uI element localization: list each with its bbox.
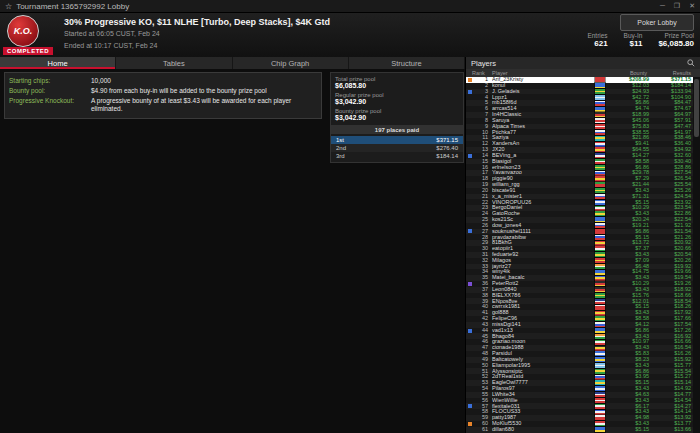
- player-row[interactable]: 49Baltcatowely$8.23$15.92: [466, 357, 693, 363]
- player-row[interactable]: 50Eliampolar1995$3.43$15.77: [466, 363, 693, 369]
- player-row[interactable]: 55LWhite34$4.63$14.77: [466, 392, 693, 398]
- player-row[interactable]: 45Bhago84$3.43$16.92: [466, 333, 693, 339]
- close-icon[interactable]: ✕: [689, 2, 695, 10]
- player-row[interactable]: 19william_rgg$21.44$25.54: [466, 182, 693, 188]
- player-row[interactable]: 4Lppz1$42.72$104.90: [466, 94, 693, 100]
- player-row[interactable]: 59patty1987$4.98$13.92: [466, 415, 693, 421]
- player-row[interactable]: 61dillan680$5.15$13.66: [466, 427, 693, 433]
- header-stats: Entries621Buy-In$11Prize Pool$6,085.80: [587, 32, 694, 48]
- info-row: Progressive Knockout:A progressive bount…: [9, 97, 317, 115]
- player-row[interactable]: 41gol888$3.43$17.92: [466, 310, 693, 316]
- scrollbar-thumb[interactable]: [694, 79, 699, 137]
- player-row[interactable]: 9Alpaca Times$75.83$47.47: [466, 124, 693, 130]
- search-icon[interactable]: [687, 59, 695, 67]
- player-row[interactable]: 47cionade1988$3.43$16.54: [466, 345, 693, 351]
- player-name: Yavanvazoo: [492, 170, 595, 176]
- player-row[interactable]: 51Alyssonsiptc$6.86$15.54: [466, 368, 693, 374]
- player-row[interactable]: 53EagleOwl7777$5.15$15.14: [466, 380, 693, 386]
- player-row[interactable]: 60MoKluf5530$3.43$13.77: [466, 421, 693, 427]
- favorite-star-icon[interactable]: ☆: [5, 2, 12, 11]
- player-row[interactable]: 36PeterRott2$10.29$19.26: [466, 281, 693, 287]
- player-row[interactable]: 56WienWillie$3.43$14.54: [466, 398, 693, 404]
- tab-structure[interactable]: Structure: [349, 57, 465, 69]
- player-row[interactable]: 12XandersAn$9.41$36.40: [466, 141, 693, 147]
- ended-time: Ended at 10:17 CUST, Feb 24: [64, 42, 157, 49]
- players-scrollbar[interactable]: [693, 77, 700, 433]
- player-row[interactable]: 2konul$12.03$184.14: [466, 83, 693, 89]
- player-row[interactable]: 33jayriz27$6.48$19.92: [466, 264, 693, 270]
- player-row[interactable]: 22VINOROPUU26$5.15$23.92: [466, 199, 693, 205]
- prize-items: Total prize pool$6,085.80Regular prize p…: [331, 75, 463, 123]
- player-row[interactable]: 17Yavanvazoo$29.78$27.54: [466, 170, 693, 176]
- player-row[interactable]: 21x_a_mister1$71.31$24.54: [466, 194, 693, 200]
- player-row[interactable]: 10Ptichka77$38.55$41.97: [466, 129, 693, 135]
- player-row[interactable]: 522dTReal1std$3.95$15.27: [466, 374, 693, 380]
- note-marker: [468, 305, 472, 309]
- payout-row-1st[interactable]: 1st$371.15: [331, 136, 463, 144]
- player-row[interactable]: 46graziao.moon$10.97$16.66: [466, 339, 693, 345]
- country-flag-icon: [595, 182, 605, 187]
- tab-tables[interactable]: Tables: [116, 57, 232, 69]
- player-row[interactable]: 48Parsidul$5.83$16.26: [466, 351, 693, 357]
- player-row[interactable]: 16erlnelson23$6.86$28.86: [466, 164, 693, 170]
- player-row[interactable]: 44vad1x13$6.86$17.26: [466, 328, 693, 334]
- player-row[interactable]: 26dow_jones4$19.21$21.92: [466, 223, 693, 229]
- payout-row-2nd[interactable]: 2nd$276.40: [331, 144, 463, 152]
- maximize-icon[interactable]: ❐: [674, 2, 680, 10]
- player-name: Alyssonsiptc: [492, 369, 595, 375]
- note-marker: [468, 90, 472, 94]
- note-marker: [468, 206, 472, 210]
- player-row[interactable]: 23BergoDaniel$10.29$23.54: [466, 205, 693, 211]
- player-row[interactable]: 2981BkhG$13.72$20.92: [466, 240, 693, 246]
- column-player[interactable]: Player: [488, 70, 593, 76]
- poker-lobby-button[interactable]: Poker Lobby: [620, 14, 694, 31]
- player-row[interactable]: 54Pilaros97$3.43$14.92: [466, 386, 693, 392]
- player-row[interactable]: 28pravdazabibw$5.15$21.26: [466, 234, 693, 240]
- tab-home[interactable]: Home: [0, 57, 116, 69]
- minimize-icon[interactable]: ─: [660, 2, 665, 10]
- player-row[interactable]: 5mb158f6d$6.86$84.47: [466, 100, 693, 106]
- player-row[interactable]: 25kos21Sc$20.24$22.54: [466, 217, 693, 223]
- player-row[interactable]: 39ENpos8ve$12.01$18.54: [466, 298, 693, 304]
- player-row[interactable]: 14BEVing_a$14.27$32.60: [466, 153, 693, 159]
- player-row[interactable]: 31feduarte92$3.43$20.54: [466, 252, 693, 258]
- payout-row-3rd[interactable]: 3rd$184.14: [331, 152, 463, 160]
- player-row[interactable]: 35Matei_bacalc$3.43$19.54: [466, 275, 693, 281]
- player-row[interactable]: 30eatopiir1$7.37$20.66: [466, 246, 693, 252]
- player-row[interactable]: 3J. Geladeis$24.93$133.94: [466, 89, 693, 95]
- player-name: FelipeC96: [492, 316, 595, 322]
- player-row[interactable]: 18piggie90$7.29$26.54: [466, 176, 693, 182]
- player-row[interactable]: 8Saruya$45.06$57.91: [466, 118, 693, 124]
- column-rank[interactable]: Rank: [466, 70, 488, 76]
- player-row[interactable]: 58FLOCUS33$3.43$14.14: [466, 409, 693, 415]
- player-name: J. Geladeis: [492, 89, 595, 95]
- player-row[interactable]: 42FelipeC96$8.58$17.66: [466, 316, 693, 322]
- player-row[interactable]: 34winy4ik$14.75$19.66: [466, 269, 693, 275]
- country-flag-icon: [595, 147, 605, 152]
- player-name: BergoDaniel: [492, 205, 595, 211]
- player-row[interactable]: 13JX20$64.55$34.92: [466, 147, 693, 153]
- player-row[interactable]: 15Biasigol$8.58$30.40: [466, 159, 693, 165]
- player-row[interactable]: 27souknushel1111$6.86$21.54: [466, 229, 693, 235]
- player-row[interactable]: 38BIELXX786$15.76$18.66: [466, 293, 693, 299]
- started-time: Started at 06:05 CUST, Feb 24: [64, 30, 160, 37]
- player-row[interactable]: 43missDgi141$4.12$17.54: [466, 322, 693, 328]
- note-marker: [468, 171, 472, 175]
- player-name: Eliampolar1995: [492, 363, 595, 369]
- player-row[interactable]: 24GatoRoche$3.43$22.86: [466, 211, 693, 217]
- note-marker: [468, 218, 472, 222]
- column-results[interactable]: Results: [647, 70, 691, 76]
- player-row[interactable]: 32Milagos$7.09$20.26: [466, 258, 693, 264]
- player-name: cwrrxk1981: [492, 304, 595, 310]
- player-row[interactable]: 7In4HClassic$18.99$64.97: [466, 112, 693, 118]
- player-row[interactable]: 6arrcas514$4.74$74.67: [466, 106, 693, 112]
- player-row[interactable]: 40cwrrxk1981$5.15$18.26: [466, 304, 693, 310]
- player-row[interactable]: 57flexitale031$6.17$14.27: [466, 403, 693, 409]
- column-bounty[interactable]: Bounty: [607, 70, 647, 76]
- player-row[interactable]: 20biscate91$3.43$25.26: [466, 188, 693, 194]
- player-row[interactable]: 11Saziya$21.86$38.46: [466, 135, 693, 141]
- tab-chip-graph[interactable]: Chip Graph: [233, 57, 349, 69]
- player-name: biscate91: [492, 188, 595, 194]
- player-row[interactable]: 1Arif_23Kristy$208.99$371.15: [466, 77, 693, 83]
- player-row[interactable]: 37Leon0840$3.43$18.92: [466, 287, 693, 293]
